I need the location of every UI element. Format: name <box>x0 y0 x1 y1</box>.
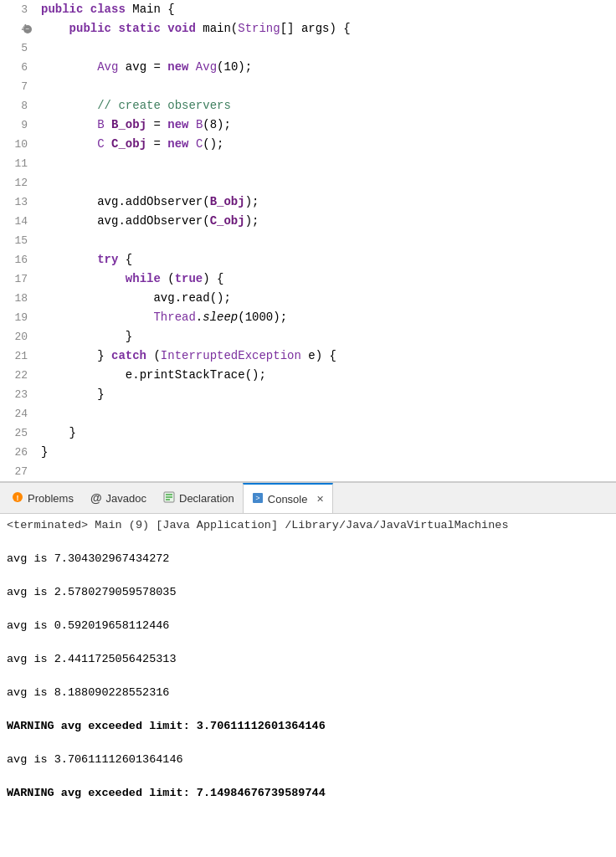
code-line: 9 B B_obj = new B(8); <box>0 115 616 135</box>
code-content: C C_obj = new C(); <box>38 135 616 153</box>
problems-label: Problems <box>28 492 74 505</box>
token-kw: new <box>167 118 196 131</box>
line-number: 9 <box>0 116 38 135</box>
tab-problems[interactable]: !Problems <box>3 483 82 513</box>
token-kw: public <box>69 22 119 35</box>
line-number: 23 <box>0 386 38 404</box>
token-normal: avg. <box>97 214 126 228</box>
token-kw: new <box>167 137 196 151</box>
line-number: 14 <box>0 213 38 231</box>
code-content: Avg avg = new Avg(10); <box>38 58 616 76</box>
line-number: 16 <box>0 251 38 269</box>
token-normal: avg. <box>153 291 182 305</box>
code-content: avg.addObserver(B_obj); <box>38 192 616 211</box>
console-line: WARNING avg exceeded limit: 3.7061111260… <box>7 718 609 735</box>
line-number: 10 <box>0 136 38 154</box>
code-content: } <box>38 443 616 461</box>
token-kw: catch <box>111 349 146 362</box>
token-kw: true <box>175 272 203 285</box>
console-line: WARNING avg exceeded limit: 7.1498467673… <box>7 785 609 802</box>
code-content: } <box>38 385 616 403</box>
code-content <box>38 462 616 480</box>
line-number: 7 <box>0 78 38 96</box>
line-number: 20 <box>0 328 38 346</box>
line-number: 5 <box>0 39 38 58</box>
code-line: 15 <box>0 231 616 250</box>
console-icon: > <box>252 492 264 506</box>
code-content: avg.addObserver(C_obj); <box>38 212 616 230</box>
token-normal: [] args) { <box>280 22 351 35</box>
line-number: 11 <box>0 155 38 173</box>
line-number: 12 <box>0 174 38 192</box>
token-var: C_obj <box>111 137 146 151</box>
javadoc-icon: @ <box>90 491 102 505</box>
code-content <box>38 154 616 172</box>
console-line: avg is 0.592019658112446 <box>7 618 609 634</box>
token-var: B_obj <box>111 118 146 131</box>
code-line: 10 C C_obj = new C(); <box>0 135 616 154</box>
token-normal: avg. <box>97 195 126 208</box>
problems-icon: ! <box>12 491 23 505</box>
declaration-icon <box>163 491 175 505</box>
token-kw: while <box>126 272 161 285</box>
token-normal <box>41 291 153 305</box>
token-normal: = <box>146 137 167 151</box>
token-type: C <box>97 137 104 151</box>
tab-javadoc[interactable]: @Javadoc <box>82 483 155 513</box>
token-normal: avg = <box>118 60 167 74</box>
code-line: 27 <box>0 462 616 481</box>
collapse-icon[interactable]: − <box>23 25 32 33</box>
token-italic: sleep <box>203 310 238 324</box>
code-content <box>38 77 616 95</box>
token-normal: . <box>196 310 203 324</box>
token-normal: ); <box>245 214 259 228</box>
token-type: InterruptedException <box>161 349 301 362</box>
token-normal: ) { <box>203 272 223 285</box>
token-normal <box>41 272 126 285</box>
code-content: } <box>38 327 616 346</box>
line-number: 25 <box>0 424 38 443</box>
token-normal: e. <box>41 368 140 382</box>
token-normal <box>41 99 97 112</box>
token-kw: new <box>167 60 196 74</box>
tab-close-icon[interactable]: ✕ <box>316 494 324 505</box>
token-normal <box>41 214 97 228</box>
tab-console[interactable]: >Console✕ <box>243 483 334 513</box>
code-line: 13 avg.addObserver(B_obj); <box>0 192 616 212</box>
code-content: e.printStackTrace(); <box>38 366 616 384</box>
code-content: try { <box>38 250 616 269</box>
code-line: 4− public static void main(String[] args… <box>0 19 616 38</box>
token-normal: printStackTrace(); <box>140 368 266 382</box>
token-normal <box>105 118 111 131</box>
code-line: 23 } <box>0 385 616 404</box>
token-kw: class <box>90 3 132 16</box>
code-content: // create observers <box>38 96 616 115</box>
token-normal <box>41 118 97 131</box>
code-line: 8 // create observers <box>0 96 616 115</box>
line-number: 26 <box>0 444 38 462</box>
line-number: 17 <box>0 270 38 289</box>
code-content: avg.read(); <box>38 289 616 307</box>
token-normal: ); <box>245 195 259 208</box>
code-content: Thread.sleep(1000); <box>38 308 616 326</box>
token-normal: } <box>41 445 48 459</box>
line-number: 21 <box>0 347 38 366</box>
token-var: C_obj <box>210 214 245 228</box>
token-type: Thread <box>153 310 195 324</box>
declaration-label: Declaration <box>179 492 234 505</box>
token-var: B_obj <box>210 195 245 208</box>
code-content <box>38 404 616 423</box>
token-type: Avg <box>97 60 118 74</box>
token-normal: } <box>41 349 111 362</box>
line-number: 4− <box>0 20 38 38</box>
line-number: 15 <box>0 232 38 250</box>
line-number: 8 <box>0 97 38 115</box>
token-normal <box>41 137 97 151</box>
line-number: 3 <box>0 1 38 19</box>
token-normal: (10); <box>217 60 252 74</box>
tab-declaration[interactable]: Declaration <box>155 483 243 513</box>
token-normal: } <box>41 387 105 401</box>
code-line: 19 Thread.sleep(1000); <box>0 308 616 327</box>
token-kw: public <box>41 3 90 16</box>
code-line: 11 <box>0 154 616 173</box>
